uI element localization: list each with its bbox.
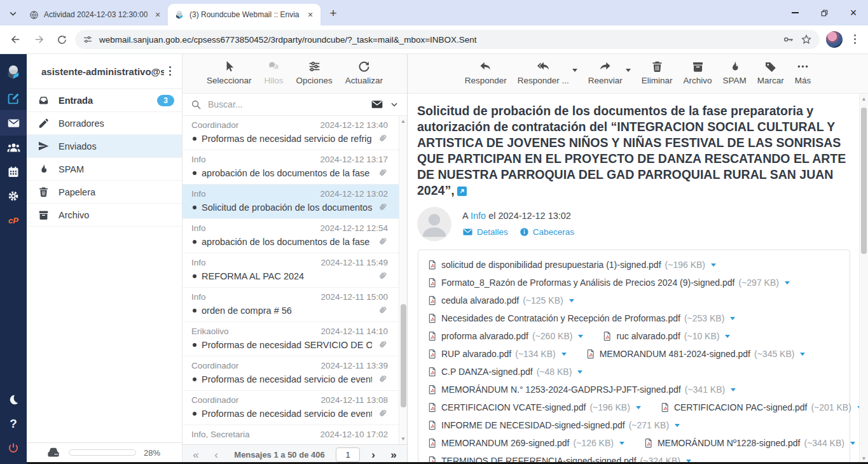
options-button[interactable]: Opciones — [296, 60, 333, 85]
site-settings-icon[interactable] — [83, 34, 93, 45]
mail-icon[interactable] — [0, 110, 27, 136]
reply-all-button[interactable]: Responder ... — [518, 60, 569, 85]
select-button[interactable]: Seleccionar — [207, 60, 252, 85]
attachment-menu-caret-icon[interactable] — [619, 442, 624, 445]
sidebar-item-spam[interactable]: SPAM — [27, 158, 182, 181]
scroll-down-icon[interactable]: ▼ — [862, 456, 867, 461]
attachment-menu-caret-icon[interactable] — [675, 424, 680, 427]
message-list-item[interactable]: Info2024-12-11 15:00 orden de compra # 5… — [183, 288, 407, 322]
cpanel-icon[interactable]: cP — [0, 208, 27, 232]
attachment-menu-caret-icon[interactable] — [711, 264, 716, 267]
more-button[interactable]: Más — [795, 60, 811, 85]
attachment-item[interactable]: RUP alvarado.pdf (~134 KB) — [427, 349, 567, 359]
attachment-menu-caret-icon[interactable] — [731, 388, 736, 391]
archive-button[interactable]: Archivo — [684, 60, 712, 85]
message-list-item[interactable]: Info2024-12-11 15:49 REFORMA AL PAC 2024 — [183, 253, 407, 288]
attachment-item[interactable]: ruc alvarado.pdf (~10 KB) — [602, 331, 730, 341]
details-toggle[interactable]: Detalles — [462, 227, 508, 237]
search-options-chevron-icon[interactable] — [390, 100, 399, 109]
attachment-menu-caret-icon[interactable] — [800, 353, 805, 356]
message-list-item[interactable]: Coordinador2024-12-11 13:08 Proformas de… — [183, 391, 407, 425]
browser-tab-inactive[interactable]: Actividad 2024-12-03 12:30:00 × — [23, 4, 168, 25]
browser-tab-active[interactable]: (3) Roundcube Webmail :: Envia × — [168, 4, 320, 25]
last-page-button[interactable]: » — [387, 449, 401, 460]
sidebar-item-borradores[interactable]: Borradores — [27, 112, 182, 135]
bookmark-star-icon[interactable] — [801, 34, 812, 45]
back-icon[interactable] — [6, 30, 25, 49]
sidebar-item-enviados[interactable]: Enviados — [27, 135, 182, 158]
message-list-item[interactable]: Erikaolivo2024-12-11 14:10 Proformas de … — [183, 322, 407, 356]
next-page-button[interactable]: › — [366, 449, 380, 460]
reading-scrollbar[interactable]: ▲ ▼ — [859, 94, 868, 464]
page-number-input[interactable] — [336, 447, 360, 462]
reload-icon[interactable] — [52, 30, 71, 49]
attachment-menu-caret-icon[interactable] — [730, 317, 735, 320]
minimize-button[interactable] — [780, 0, 809, 25]
list-scrollbar[interactable]: ▲ ▼ — [399, 116, 407, 444]
search-input[interactable] — [208, 99, 364, 109]
message-list-item[interactable]: Info2024-12-12 13:02 Solicitud de probac… — [183, 185, 407, 219]
reply-button[interactable]: Responder — [465, 60, 507, 85]
attachment-menu-caret-icon[interactable] — [569, 299, 574, 302]
attachment-menu-caret-icon[interactable] — [577, 370, 582, 374]
message-list-item[interactable]: Coordinador2024-12-12 13:40 Proformas de… — [183, 116, 407, 150]
scroll-down-icon[interactable]: ▼ — [401, 436, 406, 442]
forward-button[interactable]: Reenviar — [588, 60, 623, 85]
attachment-menu-caret-icon[interactable] — [636, 406, 641, 409]
close-window-button[interactable]: × — [839, 0, 868, 25]
scroll-up-icon[interactable]: ▲ — [862, 96, 867, 102]
mark-button[interactable]: Marcar — [757, 60, 784, 85]
attachment-item[interactable]: MEMORÁNDUM Nº1228-signed.pdf (~344 KB) — [644, 438, 855, 448]
calendar-icon[interactable] — [0, 160, 27, 184]
tab-search-chevron-icon[interactable] — [4, 4, 22, 22]
logout-power-icon[interactable] — [0, 436, 27, 460]
external-link-icon[interactable] — [457, 186, 467, 196]
message-list-item[interactable]: Info2024-12-12 13:17 aprobación de los d… — [183, 150, 407, 185]
first-page-button[interactable]: « — [189, 449, 203, 460]
attachment-menu-caret-icon[interactable] — [561, 353, 567, 356]
attachment-item[interactable]: MEMORANDUM 269-signed.pdf (~126 KB) — [427, 438, 624, 448]
search-scope-envelope-icon[interactable] — [371, 98, 383, 111]
settings-gear-icon[interactable] — [0, 184, 27, 208]
contacts-icon[interactable] — [0, 136, 27, 160]
attachment-menu-caret-icon[interactable] — [725, 335, 730, 338]
attachment-item[interactable]: CERTIFICACION PAC-signed.pdf (~201 KB) — [660, 402, 862, 412]
sidebar-item-entrada[interactable]: Entrada 3 — [27, 89, 182, 112]
refresh-button[interactable]: Actualizar — [345, 60, 383, 85]
scroll-up-icon[interactable]: ▲ — [401, 118, 406, 124]
attachment-menu-caret-icon[interactable] — [578, 335, 583, 338]
url-text[interactable]: webmail.sanjuan.gob.ec/cpsess6773850452/… — [99, 35, 776, 45]
tab-close-icon[interactable]: × — [305, 10, 315, 20]
spam-button[interactable]: SPAM — [723, 60, 747, 85]
forward-menu-caret[interactable] — [626, 69, 631, 72]
sidebar-item-archivo[interactable]: Archivo — [27, 204, 182, 227]
browser-profile-avatar[interactable] — [826, 31, 843, 48]
scroll-thumb[interactable] — [861, 108, 867, 254]
attachment-item[interactable]: Necesidades de Contratación y Recepción … — [427, 313, 735, 323]
attachment-item[interactable]: solicitud de disponibilidad presupuestar… — [427, 260, 716, 270]
password-key-icon[interactable] — [783, 34, 794, 45]
message-list-item[interactable]: Info, Secretaria2024-12-10 17:02 — [183, 425, 407, 444]
attachment-item[interactable]: MEMORÁNDUM N.° 1253-2024-GADPRSJ-PJFT-si… — [427, 384, 736, 395]
help-icon[interactable]: ? — [0, 412, 27, 436]
dark-mode-moon-icon[interactable] — [0, 388, 27, 412]
reply-all-menu-caret[interactable] — [572, 69, 577, 72]
url-field[interactable]: webmail.sanjuan.gob.ec/cpsess6773850452/… — [75, 30, 820, 49]
message-list-item[interactable]: Coordinador2024-12-11 13:39 Proformas de… — [183, 356, 407, 391]
forward-icon[interactable] — [29, 30, 48, 49]
recipient-link[interactable]: Info — [471, 211, 486, 221]
attachment-item[interactable]: C.P DANZA-signed.pdf (~48 KB) — [427, 367, 582, 377]
scroll-thumb[interactable] — [401, 304, 406, 407]
attachment-menu-caret-icon[interactable] — [785, 281, 790, 285]
new-tab-button[interactable]: + — [324, 4, 342, 22]
attachment-item[interactable]: Formato_8_Razón de Proformas y Análisis … — [427, 278, 790, 288]
attachment-item[interactable]: proforma alvarado.pdf (~260 KB) — [427, 331, 583, 341]
attachment-item[interactable]: MEMORANDUM 481-2024-signed.pdf (~345 KB) — [586, 349, 806, 359]
prev-page-button[interactable]: ‹ — [209, 449, 223, 460]
compose-icon[interactable] — [0, 86, 27, 110]
attachment-item[interactable]: INFORME DE NECESIDAD-signed-signed.pdf (… — [427, 420, 680, 430]
message-list-item[interactable]: Info2024-12-12 12:54 aprobación de los d… — [183, 219, 407, 253]
sidebar-item-papelera[interactable]: Papelera — [27, 181, 182, 204]
attachment-item[interactable]: CERTIFICACION VCATE-signed.pdf (~196 KB) — [427, 402, 641, 412]
tab-close-icon[interactable]: × — [153, 10, 163, 20]
